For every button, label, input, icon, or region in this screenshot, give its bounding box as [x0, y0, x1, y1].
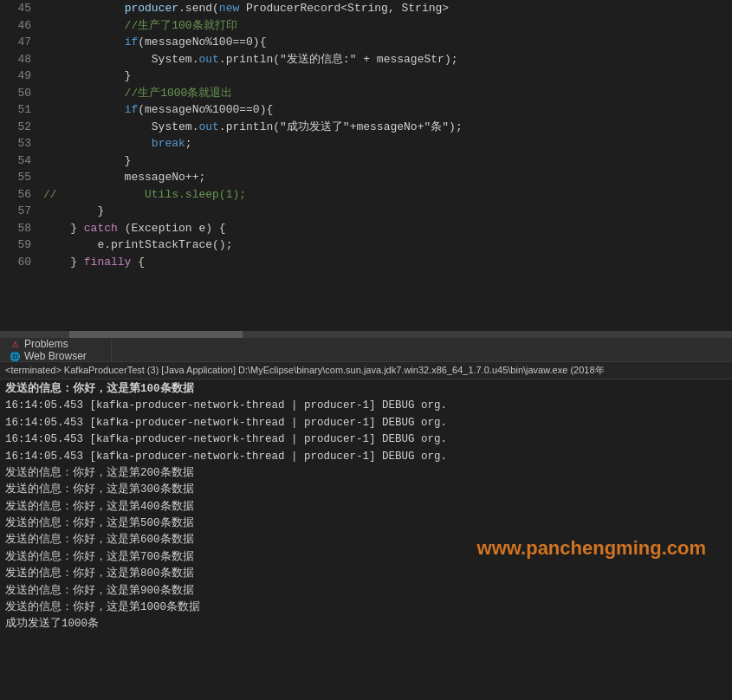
console-lines: 发送的信息：你好，这是第100条数据16:14:05.453 [kafka-pr…: [5, 381, 727, 633]
code-editor: 45 producer.send(new ProducerRecord<Stri…: [0, 0, 732, 338]
code-line: 45 producer.send(new ProducerRecord<Stri…: [7, 0, 732, 17]
code-token: new: [219, 2, 239, 15]
console-line: 16:14:05.453 [kafka-producer-network-thr…: [5, 398, 727, 414]
code-token: }: [43, 222, 84, 235]
code-line: 46 //生产了100条就打印: [7, 17, 732, 35]
bottom-panel-tabs: ⚠Problems🌐Web Browser■Console✕◈Servers🔍S…: [0, 338, 732, 362]
problems-tab-label: Problems: [24, 338, 68, 350]
line-number: 50: [7, 85, 40, 102]
code-token: [43, 103, 125, 116]
line-number: 58: [7, 220, 40, 237]
code-line: 54 }: [7, 152, 732, 170]
line-number: 51: [7, 101, 40, 119]
console-line: 发送的信息：你好，这是第500条数据: [5, 515, 727, 532]
code-token: ProducerRecord<String, String>: [239, 2, 449, 15]
line-content: producer.send(new ProducerRecord<String,…: [40, 0, 732, 17]
line-number: 53: [7, 135, 40, 152]
status-bar: <terminated> KafkaProducerTest (3) [Java…: [0, 362, 732, 379]
code-token: (messageNo%1000==0){: [138, 103, 273, 116]
line-number: 49: [7, 68, 40, 85]
code-line: 52 System.out.println("成功发送了"+messageNo+…: [7, 119, 732, 136]
code-line: 60 } finally {: [7, 254, 732, 271]
line-number: 57: [7, 203, 40, 220]
code-line: 58 } catch (Exception e) {: [7, 220, 732, 237]
line-content: messageNo++;: [40, 169, 732, 186]
code-token: out: [198, 120, 218, 133]
code-token: [43, 36, 125, 49]
console-line: 发送的信息：你好，这是第400条数据: [5, 499, 727, 515]
code-token: messageNo++;: [43, 171, 205, 184]
line-content: e.printStackTrace();: [40, 237, 732, 254]
web-browser-tab-label: Web Browser: [24, 350, 87, 362]
code-line: 48 System.out.println("发送的信息:" + message…: [7, 51, 732, 68]
code-token: .send(: [178, 2, 219, 15]
code-token: System.: [43, 120, 198, 133]
tabs-list: ⚠Problems🌐Web Browser■Console✕◈Servers🔍S…: [0, 338, 112, 361]
console-line: 16:14:05.453 [kafka-producer-network-thr…: [5, 431, 727, 448]
scrollbar-thumb[interactable]: [69, 331, 243, 338]
code-token: break: [152, 137, 185, 150]
console-output: 发送的信息：你好，这是第100条数据16:14:05.453 [kafka-pr…: [0, 379, 732, 700]
line-content: break;: [40, 135, 732, 152]
code-token: {: [131, 256, 145, 269]
line-content: if(messageNo%100==0){: [40, 34, 732, 51]
code-line: 59 e.printStackTrace();: [7, 237, 732, 254]
code-token: }: [43, 204, 104, 217]
code-token: finally: [84, 256, 132, 269]
line-content: }: [40, 203, 732, 220]
code-token: ;: [185, 137, 192, 150]
status-text: <terminated> KafkaProducerTest (3) [Java…: [5, 365, 605, 375]
code-line: 57 }: [7, 203, 732, 220]
line-number: 46: [7, 17, 40, 35]
code-line: 51 if(messageNo%1000==0){: [7, 101, 732, 119]
code-token: (Exception e) {: [118, 222, 226, 235]
code-token: Utils.sleep(1);: [63, 188, 246, 201]
code-line: 47 if(messageNo%100==0){: [7, 34, 732, 51]
line-number: 59: [7, 237, 40, 254]
console-line: 16:14:05.453 [kafka-producer-network-thr…: [5, 415, 727, 431]
code-line: 55 messageNo++;: [7, 169, 732, 186]
line-content: }: [40, 152, 732, 170]
code-line: 49 }: [7, 68, 732, 85]
line-number: 45: [7, 0, 40, 17]
line-content: // Utils.sleep(1);: [40, 186, 732, 204]
code-token: }: [43, 154, 131, 167]
console-line: 发送的信息：你好，这是第1000条数据: [5, 600, 727, 616]
code-line: 53 break;: [7, 135, 732, 152]
code-token: [43, 2, 125, 15]
code-horizontal-scrollbar[interactable]: [0, 331, 732, 338]
line-content: System.out.println("成功发送了"+messageNo+"条"…: [40, 119, 732, 136]
code-token: if: [125, 36, 139, 49]
code-token: }: [43, 69, 131, 82]
code-token: //生产了100条就打印: [43, 19, 237, 32]
line-content: }: [40, 68, 732, 85]
code-token: if: [125, 103, 139, 116]
console-line: 16:14:05.453 [kafka-producer-network-thr…: [5, 449, 727, 465]
code-token: (messageNo%100==0){: [138, 36, 266, 49]
console-line: 发送的信息：你好，这是第700条数据: [5, 549, 727, 566]
line-number: 56: [7, 186, 40, 204]
code-line: 56// Utils.sleep(1);: [7, 186, 732, 204]
line-content: } catch (Exception e) {: [40, 220, 732, 237]
tab-web-browser[interactable]: 🌐Web Browser: [0, 350, 112, 362]
code-token: }: [43, 256, 84, 269]
console-line: 发送的信息：你好，这是第100条数据: [5, 381, 727, 398]
console-line: 发送的信息：你好，这是第600条数据: [5, 532, 727, 548]
tab-problems[interactable]: ⚠Problems: [0, 338, 112, 350]
code-token: .println("发送的信息:" + messageStr);: [219, 53, 458, 66]
line-number: 54: [7, 152, 40, 170]
console-line: 发送的信息：你好，这是第300条数据: [5, 482, 727, 498]
web-browser-tab-icon: 🌐: [9, 350, 21, 362]
line-number: 48: [7, 51, 40, 68]
code-token: //生产1000条就退出: [43, 87, 232, 100]
problems-tab-icon: ⚠: [9, 338, 21, 350]
console-line: 成功发送了1000条: [5, 616, 727, 632]
line-content: if(messageNo%1000==0){: [40, 101, 732, 119]
line-content: //生产1000条就退出: [40, 85, 732, 102]
code-token: e.printStackTrace();: [43, 238, 232, 251]
code-token: producer: [125, 2, 178, 15]
code-token: [43, 137, 152, 150]
code-token: out: [198, 53, 218, 66]
code-token: System.: [43, 53, 198, 66]
code-line: 50 //生产1000条就退出: [7, 85, 732, 102]
